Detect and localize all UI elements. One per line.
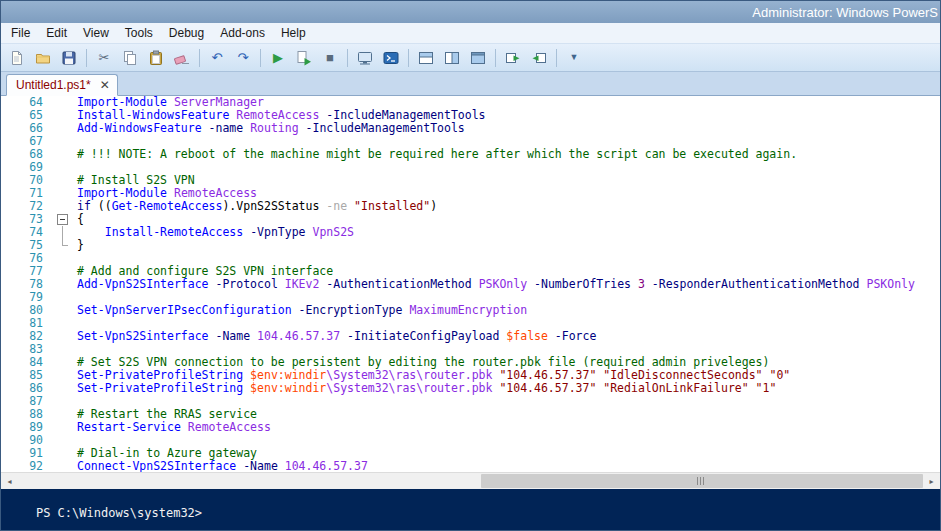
fold-gutter — [49, 135, 77, 148]
run-script-icon: ▶ — [273, 51, 283, 64]
code-line[interactable]: 68# !!! NOTE: A reboot of the machine mi… — [1, 148, 940, 161]
start-powershell-icon — [383, 50, 399, 66]
show-command-window-icon — [505, 50, 521, 66]
new-remote-powershell-tab-button[interactable] — [352, 46, 378, 70]
menu-bar: FileEditViewToolsDebugAdd-onsHelp — [1, 23, 940, 44]
window-title: Administrator: Windows PowerS — [752, 5, 938, 20]
code-area[interactable]: 64Import-Module ServerManager65Install-W… — [1, 96, 940, 472]
show-script-pane-maximized-button[interactable] — [465, 46, 491, 70]
code-line[interactable]: 86Set-PrivateProfileString $env:windir\S… — [1, 382, 940, 395]
toolbar-separator — [495, 49, 496, 67]
fold-gutter — [49, 174, 77, 187]
code-line[interactable]: 92Connect-VpnS2SInterface -Name 104.46.5… — [1, 460, 940, 472]
tab-untitled1[interactable]: Untitled1.ps1* ✕ — [6, 74, 118, 96]
fold-gutter — [49, 252, 77, 265]
code-text: # !!! NOTE: A reboot of the machine migh… — [77, 148, 797, 161]
toolbar: ✂↶↷▶■▼ — [1, 44, 940, 72]
toolbar-separator — [408, 49, 409, 67]
redo-icon: ↷ — [238, 51, 249, 64]
powershell-ise-window: Administrator: Windows PowerS FileEditVi… — [0, 0, 941, 531]
run-selection-icon — [296, 50, 312, 66]
cut-button[interactable]: ✂ — [91, 46, 117, 70]
undo-button[interactable]: ↶ — [204, 46, 230, 70]
run-selection-button[interactable] — [291, 46, 317, 70]
title-bar[interactable]: Administrator: Windows PowerS — [1, 1, 940, 23]
code-line[interactable]: 78Add-VpnS2SInterface -Protocol IKEv2 -A… — [1, 278, 940, 291]
fold-gutter — [49, 343, 77, 356]
start-powershell-button[interactable] — [378, 46, 404, 70]
show-script-pane-right-button[interactable] — [439, 46, 465, 70]
code-text: Install-RemoteAccess -VpnType VpnS2S — [77, 226, 354, 239]
show-command-window-button[interactable] — [500, 46, 526, 70]
show-command-addon-button[interactable] — [526, 46, 552, 70]
code-line[interactable]: 82Set-VpnS2Sinterface -Name 104.46.57.37… — [1, 330, 940, 343]
fold-gutter — [49, 304, 77, 317]
code-text: } — [77, 239, 84, 252]
fold-gutter — [49, 226, 77, 239]
menu-item-help[interactable]: Help — [273, 23, 314, 43]
redo-button[interactable]: ↷ — [230, 46, 256, 70]
code-text: Set-VpnServerIPsecConfiguration -Encrypt… — [77, 304, 527, 317]
show-script-pane-maximized-icon — [470, 50, 486, 66]
run-script-button[interactable]: ▶ — [265, 46, 291, 70]
code-line[interactable]: 75} — [1, 239, 940, 252]
code-line[interactable]: 74 Install-RemoteAccess -VpnType VpnS2S — [1, 226, 940, 239]
menu-item-file[interactable]: File — [3, 23, 38, 43]
menu-item-edit[interactable]: Edit — [38, 23, 75, 43]
menu-item-view[interactable]: View — [75, 23, 117, 43]
code-text: Set-PrivateProfileString $env:windir\Sys… — [77, 382, 776, 395]
clear-console-button[interactable] — [169, 46, 195, 70]
fold-toggle[interactable] — [49, 213, 77, 226]
console-pane[interactable]: PS C:\Windows\system32> — [1, 489, 940, 530]
code-text: if ((Get-RemoteAccess).VpnS2SStatus -ne … — [77, 200, 437, 213]
fold-gutter — [49, 200, 77, 213]
paste-button[interactable] — [143, 46, 169, 70]
menu-item-tools[interactable]: Tools — [117, 23, 161, 43]
code-line[interactable]: 89Restart-Service RemoteAccess — [1, 421, 940, 434]
toolbar-overflow-button[interactable]: ▼ — [561, 46, 587, 70]
fold-gutter — [49, 122, 77, 135]
fold-gutter — [49, 291, 77, 304]
fold-gutter — [49, 382, 77, 395]
line-number: 92 — [1, 460, 49, 472]
horizontal-scrollbar[interactable]: ◂ ▸ — [1, 472, 940, 489]
code-text: Add-VpnS2SInterface -Protocol IKEv2 -Aut… — [77, 278, 915, 291]
copy-button[interactable] — [117, 46, 143, 70]
scroll-right-arrow-icon[interactable]: ▸ — [923, 473, 940, 489]
code-line[interactable]: 66Add-WindowsFeature -name Routing -Incl… — [1, 122, 940, 135]
toolbar-separator — [199, 49, 200, 67]
save-script-button[interactable] — [56, 46, 82, 70]
fold-gutter — [49, 395, 77, 408]
scroll-left-arrow-icon[interactable]: ◂ — [1, 473, 18, 489]
fold-gutter — [49, 239, 77, 252]
fold-gutter — [49, 447, 77, 460]
menu-item-debug[interactable]: Debug — [161, 23, 212, 43]
paste-icon — [148, 50, 164, 66]
fold-gutter — [49, 460, 77, 472]
show-script-pane-top-button[interactable] — [413, 46, 439, 70]
toolbar-separator — [556, 49, 557, 67]
show-script-pane-top-icon — [418, 50, 434, 66]
tab-label: Untitled1.ps1* — [16, 78, 91, 92]
tab-close-icon[interactable]: ✕ — [100, 79, 110, 91]
save-script-icon — [61, 50, 77, 66]
fold-gutter — [49, 161, 77, 174]
code-text: Set-VpnS2Sinterface -Name 104.46.57.37 -… — [77, 330, 596, 343]
code-text: Restart-Service RemoteAccess — [77, 421, 271, 434]
console-prompt: PS C:\Windows\system32> — [36, 506, 202, 520]
copy-icon — [122, 50, 138, 66]
fold-gutter — [49, 317, 77, 330]
code-line[interactable]: 80Set-VpnServerIPsecConfiguration -Encry… — [1, 304, 940, 317]
stop-operation-button[interactable]: ■ — [317, 46, 343, 70]
fold-gutter — [49, 356, 77, 369]
fold-gutter — [49, 265, 77, 278]
scrollbar-thumb[interactable] — [481, 474, 923, 488]
toolbar-separator — [347, 49, 348, 67]
menu-item-add-ons[interactable]: Add-ons — [212, 23, 273, 43]
fold-gutter — [49, 330, 77, 343]
open-script-button[interactable] — [30, 46, 56, 70]
show-command-addon-icon — [531, 50, 547, 66]
new-script-button[interactable] — [4, 46, 30, 70]
fold-gutter — [49, 369, 77, 382]
code-line[interactable]: 72if ((Get-RemoteAccess).VpnS2SStatus -n… — [1, 200, 940, 213]
